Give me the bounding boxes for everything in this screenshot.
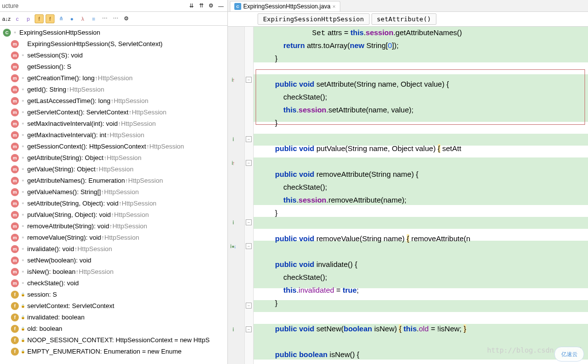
field-icon: f xyxy=(11,348,19,356)
item-label: putValue(String, Object): void xyxy=(27,211,111,218)
tree-item[interactable]: m≡invalidate(): void ↑HttpSession xyxy=(0,243,227,255)
fold-toggle-icon[interactable]: − xyxy=(246,136,252,142)
tree-item[interactable]: m≡checkState(): void xyxy=(0,277,227,289)
breadcrumb-class[interactable]: ExpiringSessionHttpSession xyxy=(258,13,370,25)
more2-icon[interactable]: ⋯ xyxy=(111,14,120,23)
toolbar-settings-icon[interactable]: ⚙ xyxy=(122,14,131,23)
tree-item[interactable]: m≡setAttribute(String, Object): void ↑Ht… xyxy=(0,198,227,209)
item-origin: ↑HttpSession xyxy=(125,177,163,184)
collapse-all-icon[interactable]: ⇊ xyxy=(187,1,196,10)
tree-item[interactable]: f🔒session: S xyxy=(0,289,227,300)
tree-item[interactable]: m≡getAttribute(String): Object ↑HttpSess… xyxy=(0,152,227,163)
tree-item[interactable]: m≡putValue(String, Object): void ↑HttpSe… xyxy=(0,209,227,220)
show-anon-icon[interactable]: ≡ xyxy=(89,14,98,23)
tree-item[interactable]: mExpiringSessionHttpSession(S, ServletCo… xyxy=(0,38,227,50)
tree-item[interactable]: m≡getValueNames(): String[] ↑HttpSession xyxy=(0,186,227,198)
method-icon: m xyxy=(11,257,19,264)
method-icon: m xyxy=(11,165,19,173)
item-label: invalidate(): void xyxy=(27,245,74,253)
editor-tab[interactable]: C ExpiringSessionHttpSession.java × xyxy=(230,1,340,11)
hide-icon[interactable]: — xyxy=(216,1,225,10)
tree-item[interactable]: m≡getLastAccessedTime(): long ↑HttpSessi… xyxy=(0,95,227,106)
tree-item[interactable]: m≡getAttributeNames(): Enumeration ↑Http… xyxy=(0,175,227,186)
modifier-badge: ≡ xyxy=(20,258,25,263)
method-icon: m xyxy=(11,211,19,219)
tree-item[interactable]: m≡removeAttribute(String): void ↑HttpSes… xyxy=(0,220,227,232)
structure-tree[interactable]: C ≡ ExpiringSessionHttpSession mExpiring… xyxy=(0,26,227,364)
field-icon: f xyxy=(11,291,19,299)
fold-gutter[interactable]: −−−−−−− xyxy=(245,27,254,364)
method-icon: m xyxy=(11,40,19,48)
item-origin: ↑HttpSession xyxy=(107,131,145,139)
item-label: getId(): String xyxy=(27,86,66,93)
item-origin: ↑HttpSession xyxy=(111,211,149,218)
editor-tab-bar: C ExpiringSessionHttpSession.java × xyxy=(228,0,588,12)
modifier-badge: 🔒 xyxy=(20,326,25,331)
tree-item[interactable]: f🔒EMPTY_ENUMERATION: Enumeration = new E… xyxy=(0,346,227,357)
show-inherited-icon[interactable]: ⋔ xyxy=(56,14,65,23)
tree-item[interactable]: m≡setNew(boolean): void xyxy=(0,255,227,266)
tree-class-row[interactable]: C ≡ ExpiringSessionHttpSession xyxy=(0,27,227,38)
modifier-badge xyxy=(20,42,25,47)
tree-item[interactable]: m≡getMaxInactiveInterval(): int ↑HttpSes… xyxy=(0,129,227,141)
item-origin: ↑HttpSession xyxy=(118,120,156,127)
tree-item[interactable]: f🔒servletContext: ServletContext xyxy=(0,300,227,312)
fold-toggle-icon[interactable]: − xyxy=(246,160,252,166)
show-lambda-icon[interactable]: λ xyxy=(78,14,87,23)
access-badge: ≡ xyxy=(12,30,17,35)
modifier-badge: ≡ xyxy=(20,178,25,183)
fold-toggle-icon[interactable]: − xyxy=(246,303,252,309)
override-marker-icon[interactable]: i xyxy=(230,326,237,333)
show-f2-icon[interactable]: f xyxy=(46,14,54,23)
show-fields-icon[interactable]: f xyxy=(35,14,44,23)
modifier-badge: ≡ xyxy=(20,190,25,195)
tree-item[interactable]: m≡setSession(S): void xyxy=(0,50,227,61)
show-impl-icon[interactable]: ● xyxy=(67,14,76,23)
tree-item[interactable]: f🔒NOOP_SESSION_CONTEXT: HttpSessionConte… xyxy=(0,334,227,346)
expand-all-icon[interactable]: ⇈ xyxy=(197,1,206,10)
code-content: Set attrs = this.session.getAttributeNam… xyxy=(254,27,588,364)
method-icon: m xyxy=(11,154,19,162)
fold-toggle-icon[interactable]: − xyxy=(246,243,252,249)
tree-item[interactable]: m≡getServletContext(): ServletContext ↑H… xyxy=(0,106,227,118)
override-marker-icon[interactable]: i↑ xyxy=(230,76,237,83)
show-class-icon[interactable]: c xyxy=(13,14,22,23)
tree-item[interactable]: m≡removeValue(String): void ↑HttpSession xyxy=(0,232,227,243)
modifier-badge: 🔒 xyxy=(20,349,25,354)
tree-item[interactable]: f🔒old: boolean xyxy=(0,323,227,334)
show-package-icon[interactable]: p xyxy=(24,14,33,23)
tree-item[interactable]: mgetSession(): S xyxy=(0,61,227,72)
item-origin: ↑HttpSession xyxy=(104,154,142,161)
method-icon: m xyxy=(11,188,19,196)
tree-item[interactable]: m≡setMaxInactiveInterval(int): void ↑Htt… xyxy=(0,118,227,129)
method-icon: m xyxy=(11,268,19,276)
settings-icon[interactable]: ⚙ xyxy=(207,1,215,10)
modifier-badge: 🔒 xyxy=(20,315,25,320)
breadcrumb-method[interactable]: setAttribute() xyxy=(372,13,437,25)
tree-item[interactable]: m≡getId(): String ↑HttpSession xyxy=(0,84,227,95)
tree-item[interactable]: m≡getValue(String): Object ↑HttpSession xyxy=(0,163,227,175)
code-editor[interactable]: Set attrs = this.session.getAttributeNam… xyxy=(254,27,588,364)
override-marker-icon[interactable]: i●↓ xyxy=(230,243,237,250)
override-marker-icon[interactable]: i↑ xyxy=(230,159,237,166)
fold-toggle-icon[interactable]: − xyxy=(246,326,252,332)
tree-item[interactable]: m≡isNew(): boolean ↑HttpSession xyxy=(0,266,227,277)
item-label: setNew(boolean): void xyxy=(27,257,91,264)
sort-alpha-icon[interactable]: a↓z xyxy=(2,14,11,23)
item-origin: ↑HttpSession xyxy=(101,188,139,196)
fold-toggle-icon[interactable]: − xyxy=(246,219,252,225)
structure-panel-header: ucture ⇊ ⇈ ⚙ — xyxy=(0,0,227,12)
override-marker-icon[interactable]: i xyxy=(230,219,237,226)
modifier-badge: ≡ xyxy=(20,201,25,206)
editor-gutter[interactable]: i↑ii↑ii●↓i xyxy=(228,27,245,364)
more1-icon[interactable]: ⋯ xyxy=(100,14,109,23)
tree-item[interactable]: f🔒invalidated: boolean xyxy=(0,312,227,323)
tree-item[interactable]: m≡getSessionContext(): HttpSessionContex… xyxy=(0,141,227,152)
override-marker-icon[interactable]: i xyxy=(230,136,237,143)
close-tab-icon[interactable]: × xyxy=(332,3,335,9)
item-label: getValueNames(): String[] xyxy=(27,188,101,196)
modifier-badge: ≡ xyxy=(20,281,25,286)
ide-root: ucture ⇊ ⇈ ⚙ — a↓z c p f f ⋔ ● λ ≡ ⋯ ⋯ ⚙… xyxy=(0,0,588,364)
fold-toggle-icon[interactable]: − xyxy=(246,77,252,83)
tree-item[interactable]: m≡getCreationTime(): long ↑HttpSession xyxy=(0,72,227,84)
